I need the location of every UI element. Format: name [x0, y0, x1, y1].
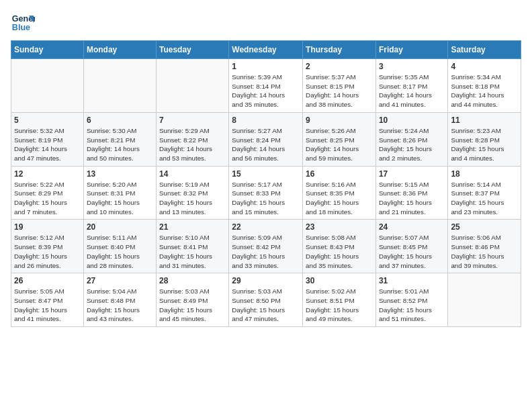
day-number: 30 [306, 276, 373, 285]
day-info: Sunrise: 5:14 AM Sunset: 8:37 PM Dayligh… [451, 180, 518, 217]
calendar-cell [83, 59, 156, 113]
day-info: Sunrise: 5:20 AM Sunset: 8:31 PM Dayligh… [87, 180, 153, 217]
day-number: 18 [451, 169, 518, 179]
calendar-cell: 15Sunrise: 5:17 AM Sunset: 8:33 PM Dayli… [229, 166, 303, 220]
calendar-cell: 29Sunrise: 5:03 AM Sunset: 8:50 PM Dayli… [229, 273, 303, 327]
calendar-cell: 13Sunrise: 5:20 AM Sunset: 8:31 PM Dayli… [83, 166, 156, 220]
day-info: Sunrise: 5:15 AM Sunset: 8:36 PM Dayligh… [379, 180, 445, 217]
calendar-week-3: 12Sunrise: 5:22 AM Sunset: 8:29 PM Dayli… [11, 166, 521, 220]
day-number: 11 [451, 116, 518, 125]
day-info: Sunrise: 5:29 AM Sunset: 8:22 PM Dayligh… [159, 126, 226, 163]
calendar-cell: 10Sunrise: 5:24 AM Sunset: 8:26 PM Dayli… [375, 112, 447, 166]
day-number: 31 [379, 276, 445, 285]
col-header-monday: Monday [83, 41, 156, 59]
day-number: 9 [306, 116, 373, 125]
day-number: 25 [451, 222, 518, 232]
day-number: 22 [232, 222, 300, 232]
col-header-wednesday: Wednesday [229, 41, 303, 59]
day-number: 29 [232, 276, 300, 285]
day-info: Sunrise: 5:23 AM Sunset: 8:28 PM Dayligh… [451, 126, 518, 163]
calendar-cell: 8Sunrise: 5:27 AM Sunset: 8:24 PM Daylig… [229, 112, 303, 166]
day-info: Sunrise: 5:12 AM Sunset: 8:39 PM Dayligh… [14, 233, 81, 270]
col-header-saturday: Saturday [448, 41, 521, 59]
day-info: Sunrise: 5:17 AM Sunset: 8:33 PM Dayligh… [232, 180, 300, 217]
day-number: 7 [159, 116, 226, 125]
calendar-cell: 23Sunrise: 5:08 AM Sunset: 8:43 PM Dayli… [303, 220, 376, 273]
calendar-cell: 9Sunrise: 5:26 AM Sunset: 8:25 PM Daylig… [303, 112, 376, 166]
day-info: Sunrise: 5:37 AM Sunset: 8:15 PM Dayligh… [306, 73, 373, 109]
day-number: 26 [14, 276, 81, 285]
calendar-cell: 22Sunrise: 5:09 AM Sunset: 8:42 PM Dayli… [229, 220, 303, 273]
day-number: 14 [159, 169, 226, 179]
calendar-cell: 26Sunrise: 5:05 AM Sunset: 8:47 PM Dayli… [11, 273, 84, 327]
day-number: 28 [159, 276, 226, 285]
calendar-cell: 24Sunrise: 5:07 AM Sunset: 8:45 PM Dayli… [375, 220, 447, 273]
day-info: Sunrise: 5:03 AM Sunset: 8:50 PM Dayligh… [232, 287, 300, 324]
day-number: 4 [451, 62, 518, 71]
calendar-week-1: 1Sunrise: 5:39 AM Sunset: 8:14 PM Daylig… [11, 59, 521, 113]
day-number: 8 [232, 116, 300, 125]
page-header: General Blue [11, 11, 521, 35]
calendar-cell [11, 59, 84, 113]
day-number: 21 [159, 222, 226, 232]
calendar-cell: 30Sunrise: 5:02 AM Sunset: 8:51 PM Dayli… [303, 273, 376, 327]
day-number: 24 [379, 222, 445, 232]
calendar-cell: 11Sunrise: 5:23 AM Sunset: 8:28 PM Dayli… [448, 112, 521, 166]
col-header-tuesday: Tuesday [156, 41, 228, 59]
day-info: Sunrise: 5:08 AM Sunset: 8:43 PM Dayligh… [306, 233, 373, 270]
day-info: Sunrise: 5:26 AM Sunset: 8:25 PM Dayligh… [306, 126, 373, 163]
day-info: Sunrise: 5:04 AM Sunset: 8:48 PM Dayligh… [87, 287, 153, 324]
day-info: Sunrise: 5:30 AM Sunset: 8:21 PM Dayligh… [87, 126, 153, 163]
day-number: 6 [87, 116, 153, 125]
calendar-cell: 28Sunrise: 5:03 AM Sunset: 8:49 PM Dayli… [156, 273, 228, 327]
calendar-table: SundayMondayTuesdayWednesdayThursdayFrid… [11, 40, 521, 327]
day-info: Sunrise: 5:01 AM Sunset: 8:52 PM Dayligh… [379, 287, 445, 324]
day-info: Sunrise: 5:34 AM Sunset: 8:18 PM Dayligh… [451, 73, 518, 109]
day-info: Sunrise: 5:19 AM Sunset: 8:32 PM Dayligh… [159, 180, 226, 217]
col-header-thursday: Thursday [303, 41, 376, 59]
calendar-cell: 2Sunrise: 5:37 AM Sunset: 8:15 PM Daylig… [303, 59, 376, 113]
logo-icon: General Blue [11, 11, 35, 35]
day-info: Sunrise: 5:27 AM Sunset: 8:24 PM Dayligh… [232, 126, 300, 163]
day-number: 5 [14, 116, 81, 125]
calendar-cell: 18Sunrise: 5:14 AM Sunset: 8:37 PM Dayli… [448, 166, 521, 220]
calendar-cell: 21Sunrise: 5:10 AM Sunset: 8:41 PM Dayli… [156, 220, 228, 273]
day-number: 23 [306, 222, 373, 232]
calendar-cell: 3Sunrise: 5:35 AM Sunset: 8:17 PM Daylig… [375, 59, 447, 113]
day-number: 3 [379, 62, 445, 71]
calendar-cell: 25Sunrise: 5:06 AM Sunset: 8:46 PM Dayli… [448, 220, 521, 273]
day-info: Sunrise: 5:03 AM Sunset: 8:49 PM Dayligh… [159, 287, 226, 324]
day-info: Sunrise: 5:11 AM Sunset: 8:40 PM Dayligh… [87, 233, 153, 270]
day-number: 13 [87, 169, 153, 179]
calendar-cell: 1Sunrise: 5:39 AM Sunset: 8:14 PM Daylig… [229, 59, 303, 113]
svg-text:Blue: Blue [12, 23, 30, 32]
calendar-cell: 16Sunrise: 5:16 AM Sunset: 8:35 PM Dayli… [303, 166, 376, 220]
calendar-cell: 14Sunrise: 5:19 AM Sunset: 8:32 PM Dayli… [156, 166, 228, 220]
col-header-sunday: Sunday [11, 41, 84, 59]
day-info: Sunrise: 5:05 AM Sunset: 8:47 PM Dayligh… [14, 287, 81, 324]
logo: General Blue [11, 11, 38, 35]
day-number: 15 [232, 169, 300, 179]
calendar-cell: 12Sunrise: 5:22 AM Sunset: 8:29 PM Dayli… [11, 166, 84, 220]
calendar-cell [448, 273, 521, 327]
day-number: 19 [14, 222, 81, 232]
day-info: Sunrise: 5:07 AM Sunset: 8:45 PM Dayligh… [379, 233, 445, 270]
calendar-week-2: 5Sunrise: 5:32 AM Sunset: 8:19 PM Daylig… [11, 112, 521, 166]
day-info: Sunrise: 5:22 AM Sunset: 8:29 PM Dayligh… [14, 180, 81, 217]
calendar-header-row: SundayMondayTuesdayWednesdayThursdayFrid… [11, 41, 521, 59]
day-info: Sunrise: 5:10 AM Sunset: 8:41 PM Dayligh… [159, 233, 226, 270]
calendar-cell: 6Sunrise: 5:30 AM Sunset: 8:21 PM Daylig… [83, 112, 156, 166]
calendar-cell: 7Sunrise: 5:29 AM Sunset: 8:22 PM Daylig… [156, 112, 228, 166]
day-number: 27 [87, 276, 153, 285]
day-info: Sunrise: 5:02 AM Sunset: 8:51 PM Dayligh… [306, 287, 373, 324]
day-info: Sunrise: 5:06 AM Sunset: 8:46 PM Dayligh… [451, 233, 518, 270]
calendar-week-5: 26Sunrise: 5:05 AM Sunset: 8:47 PM Dayli… [11, 273, 521, 327]
day-number: 17 [379, 169, 445, 179]
day-info: Sunrise: 5:35 AM Sunset: 8:17 PM Dayligh… [379, 73, 445, 109]
day-number: 2 [306, 62, 373, 71]
day-number: 20 [87, 222, 153, 232]
day-info: Sunrise: 5:39 AM Sunset: 8:14 PM Dayligh… [232, 73, 300, 109]
calendar-cell: 4Sunrise: 5:34 AM Sunset: 8:18 PM Daylig… [448, 59, 521, 113]
day-info: Sunrise: 5:24 AM Sunset: 8:26 PM Dayligh… [379, 126, 445, 163]
calendar-week-4: 19Sunrise: 5:12 AM Sunset: 8:39 PM Dayli… [11, 220, 521, 273]
